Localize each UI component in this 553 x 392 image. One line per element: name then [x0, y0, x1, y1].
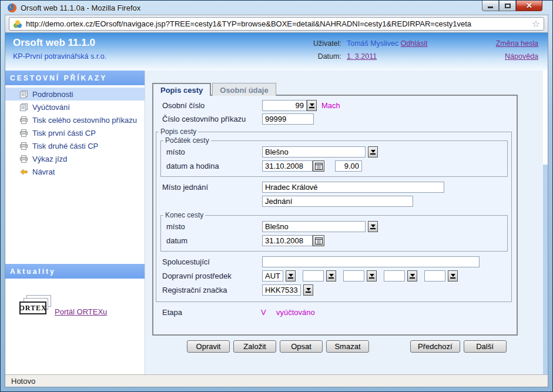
url-toolbar: ☆ — [5, 15, 548, 33]
create-button[interactable]: Založit — [233, 340, 276, 353]
personal-name-hint: Mach — [321, 101, 340, 110]
company-name: KP-První potravinářská s.r.o. — [13, 52, 106, 61]
notes-icon — [19, 103, 28, 112]
sidebar-item-vykaz-jizd[interactable]: Výkaz jízd — [5, 152, 145, 165]
start-place-row: místo — [161, 145, 507, 159]
sidebar-item-navrat[interactable]: Návrat — [5, 165, 145, 178]
transport-input-1[interactable] — [262, 270, 283, 282]
status-text: Hotovo — [11, 377, 35, 386]
url-field-container: ☆ — [9, 17, 544, 31]
previous-button[interactable]: Předchozí — [410, 340, 460, 353]
main-panel: Popis cesty Osobní údaje Osobní číslo Ma… — [145, 71, 543, 374]
registration-dropdown-button[interactable] — [303, 284, 313, 296]
url-input[interactable] — [26, 19, 528, 28]
date-label: Datum: — [313, 52, 341, 61]
start-place-dropdown-button[interactable] — [368, 146, 378, 158]
trip-end-fieldset: Konec cesty místo datum — [160, 211, 508, 252]
user-name: Tomáš Myslivec — [347, 39, 398, 48]
form-panel: Osobní číslo Mach Číslo cestovního příka… — [152, 95, 518, 336]
transport-input-4[interactable] — [384, 270, 405, 282]
meeting-place-row2 — [156, 195, 511, 208]
registration-input[interactable] — [262, 284, 301, 296]
sidebar-item-podrobnosti[interactable]: Podrobnosti — [5, 88, 145, 100]
sidebar-item-tisk-druhe[interactable]: Tisk druhé části CP — [5, 139, 145, 152]
logout-link[interactable]: Odhlásit — [401, 39, 428, 48]
maximize-button[interactable] — [499, 1, 516, 11]
close-icon: ✕ — [526, 2, 532, 9]
sidebar-item-vyuctovani[interactable]: Vyúčtování — [5, 100, 145, 113]
transport-dropdown-5[interactable] — [448, 270, 458, 282]
tab-popis-cesty[interactable]: Popis cesty — [152, 83, 211, 96]
window-controls: ✕ — [482, 1, 542, 11]
printer-icon — [19, 129, 28, 138]
firefox-icon — [7, 3, 17, 13]
dropdown-arrow-icon — [370, 274, 374, 277]
logo-card-front: ORTEX — [19, 301, 46, 314]
dropdown-bar-icon — [370, 153, 376, 155]
news-title: Aktuality — [5, 264, 145, 279]
date-link[interactable]: 1. 3.2011 — [347, 52, 428, 61]
sidebar-item-tisk-celeho[interactable]: Tisk celého cestovního příkazu — [5, 113, 145, 126]
scrollbar-thumb[interactable] — [543, 165, 548, 374]
end-date-calendar-button[interactable] — [313, 235, 324, 246]
change-password-link[interactable]: Změna hesla — [496, 39, 538, 48]
personal-number-input[interactable] — [262, 100, 307, 111]
transport-dropdown-4[interactable] — [407, 270, 417, 282]
transport-dropdown-2[interactable] — [326, 270, 336, 282]
copy-button[interactable]: Opsat — [280, 340, 323, 353]
meeting-purpose-input[interactable] — [262, 196, 413, 207]
status-bar: Hotovo — [5, 374, 548, 387]
transport-row: Dopravní prostředek — [156, 269, 511, 283]
end-date-input[interactable] — [262, 235, 313, 246]
tab-osobni-udaje[interactable]: Osobní údaje — [212, 83, 276, 96]
end-place-label: místo — [166, 222, 262, 231]
dropdown-bar-icon — [369, 277, 374, 279]
companions-input[interactable] — [262, 256, 480, 267]
end-date-label: datum — [166, 236, 262, 245]
dropdown-bar-icon — [329, 277, 334, 279]
minimize-button[interactable] — [482, 1, 499, 11]
user-label: Uživatel: — [313, 39, 341, 48]
meeting-place-label: Místo jednání — [162, 183, 262, 192]
transport-dropdown-3[interactable] — [367, 270, 377, 282]
next-button[interactable]: Další — [464, 340, 507, 353]
delete-button[interactable]: Smazat — [326, 340, 369, 353]
title-bar[interactable]: Orsoft web 11.1.0a - Mozilla Firefox ✕ — [5, 1, 548, 15]
close-button[interactable]: ✕ — [516, 1, 542, 11]
portal-link[interactable]: Portál ORTEXu — [55, 307, 107, 316]
travel-order-number-label: Číslo cestovního příkazu — [162, 115, 262, 123]
start-date-calendar-button[interactable] — [313, 160, 324, 172]
start-place-input[interactable] — [262, 146, 366, 158]
sidebar-item-label: Výkaz jízd — [32, 155, 67, 163]
start-date-input[interactable] — [262, 160, 313, 172]
dropdown-arrow-icon — [371, 225, 376, 227]
tab-bar: Popis cesty Osobní údaje — [152, 83, 543, 96]
transport-dropdown-1[interactable] — [286, 270, 296, 282]
meeting-place-input[interactable] — [262, 182, 444, 193]
end-date-row: datum — [161, 234, 507, 247]
browser-window: Orsoft web 11.1.0a - Mozilla Firefox ✕ ☆… — [0, 0, 553, 392]
help-link[interactable]: Nápověda — [505, 52, 538, 61]
user-info: Uživatel: Tomáš Myslivec Odhlásit Datum:… — [313, 39, 428, 61]
stage-code: V — [261, 308, 276, 317]
end-place-input[interactable] — [262, 221, 366, 232]
transport-input-2[interactable] — [303, 270, 324, 282]
scrollbar[interactable] — [543, 71, 548, 374]
personal-number-dropdown-button[interactable] — [307, 100, 317, 111]
start-time-input[interactable] — [335, 160, 362, 172]
transport-input-5[interactable] — [424, 270, 445, 282]
registration-row: Registrační značka — [156, 283, 511, 297]
calendar-icon — [315, 163, 323, 170]
transport-input-3[interactable] — [343, 270, 364, 282]
trip-description-legend: Popis cesty — [159, 128, 198, 136]
dropdown-bar-icon — [309, 107, 314, 108]
sidebar-item-tisk-prvni[interactable]: Tisk první části CP — [5, 126, 145, 139]
edit-button[interactable]: Opravit — [187, 340, 230, 353]
action-button-row: Opravit Založit Opsat Smazat Předchozí D… — [152, 340, 543, 353]
end-place-dropdown-button[interactable] — [368, 221, 378, 232]
dropdown-arrow-icon — [329, 274, 334, 277]
bookmark-star-icon[interactable]: ☆ — [532, 19, 540, 29]
portal-link-block[interactable]: ORTEX Portál ORTEXu — [19, 295, 145, 316]
travel-order-number-input[interactable] — [262, 113, 314, 125]
maximize-icon — [505, 4, 511, 8]
